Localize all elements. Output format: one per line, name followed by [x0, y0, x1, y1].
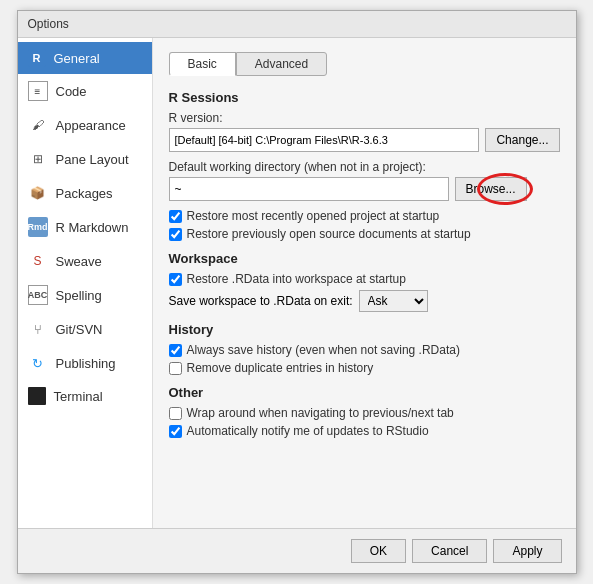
code-icon: ≡ [28, 81, 48, 101]
r-version-row: Change... [169, 128, 560, 152]
always-save-row: Always save history (even when not savin… [169, 343, 560, 357]
sidebar: R General ≡ Code 🖌 Appearance ⊞ Pane Lay… [18, 38, 153, 528]
restore-source-label: Restore previously open source documents… [187, 227, 471, 241]
pane-layout-icon: ⊞ [28, 149, 48, 169]
sidebar-item-spelling[interactable]: ABC Spelling [18, 278, 152, 312]
sidebar-label-packages: Packages [56, 186, 113, 201]
other-section: Other Wrap around when navigating to pre… [169, 385, 560, 438]
general-icon: R [28, 49, 46, 67]
sidebar-label-terminal: Terminal [54, 389, 103, 404]
sidebar-label-spelling: Spelling [56, 288, 102, 303]
sidebar-item-pane-layout[interactable]: ⊞ Pane Layout [18, 142, 152, 176]
remove-duplicates-label: Remove duplicate entries in history [187, 361, 374, 375]
footer: OK Cancel Apply [18, 528, 576, 573]
sidebar-item-publishing[interactable]: ↻ Publishing [18, 346, 152, 380]
sidebar-label-git-svn: Git/SVN [56, 322, 103, 337]
main-panel: Basic Advanced R Sessions R version: Cha… [153, 38, 576, 528]
terminal-icon [28, 387, 46, 405]
remove-duplicates-checkbox[interactable] [169, 362, 182, 375]
restore-rdata-row: Restore .RData into workspace at startup [169, 272, 560, 286]
history-section: History Always save history (even when n… [169, 322, 560, 375]
history-title: History [169, 322, 560, 337]
restore-source-checkbox[interactable] [169, 228, 182, 241]
sidebar-label-code: Code [56, 84, 87, 99]
sidebar-item-appearance[interactable]: 🖌 Appearance [18, 108, 152, 142]
r-version-label: R version: [169, 111, 560, 125]
workspace-title: Workspace [169, 251, 560, 266]
wrap-around-row: Wrap around when navigating to previous/… [169, 406, 560, 420]
options-window: Options R General ≡ Code 🖌 Appearance ⊞ … [17, 10, 577, 574]
save-workspace-label: Save workspace to .RData on exit: [169, 294, 353, 308]
git-svn-icon: ⑂ [28, 319, 48, 339]
r-version-input[interactable] [169, 128, 480, 152]
save-workspace-row: Save workspace to .RData on exit: Ask Al… [169, 290, 560, 312]
restore-rdata-checkbox[interactable] [169, 273, 182, 286]
publishing-icon: ↻ [28, 353, 48, 373]
sidebar-item-packages[interactable]: 📦 Packages [18, 176, 152, 210]
remove-duplicates-row: Remove duplicate entries in history [169, 361, 560, 375]
restore-project-checkbox[interactable] [169, 210, 182, 223]
sidebar-item-git-svn[interactable]: ⑂ Git/SVN [18, 312, 152, 346]
ok-button[interactable]: OK [351, 539, 406, 563]
working-dir-input[interactable] [169, 177, 449, 201]
packages-icon: 📦 [28, 183, 48, 203]
tab-basic[interactable]: Basic [169, 52, 236, 76]
save-workspace-select[interactable]: Ask Always Never [359, 290, 428, 312]
restore-source-row: Restore previously open source documents… [169, 227, 560, 241]
wrap-around-label: Wrap around when navigating to previous/… [187, 406, 454, 420]
sidebar-label-publishing: Publishing [56, 356, 116, 371]
appearance-icon: 🖌 [28, 115, 48, 135]
always-save-label: Always save history (even when not savin… [187, 343, 460, 357]
wrap-around-checkbox[interactable] [169, 407, 182, 420]
sidebar-label-general: General [54, 51, 100, 66]
auto-notify-row: Automatically notify me of updates to RS… [169, 424, 560, 438]
sidebar-label-appearance: Appearance [56, 118, 126, 133]
restore-project-row: Restore most recently opened project at … [169, 209, 560, 223]
working-dir-row: Browse... [169, 177, 560, 201]
r-markdown-icon: Rmd [28, 217, 48, 237]
sidebar-item-code[interactable]: ≡ Code [18, 74, 152, 108]
browse-button[interactable]: Browse... [455, 177, 527, 201]
auto-notify-label: Automatically notify me of updates to RS… [187, 424, 429, 438]
apply-button[interactable]: Apply [493, 539, 561, 563]
r-sessions-section: R Sessions R version: Change... Default … [169, 90, 560, 241]
restore-project-label: Restore most recently opened project at … [187, 209, 440, 223]
tab-advanced[interactable]: Advanced [236, 52, 327, 76]
other-title: Other [169, 385, 560, 400]
browse-wrapper: Browse... [455, 177, 527, 201]
r-sessions-title: R Sessions [169, 90, 560, 105]
sidebar-item-terminal[interactable]: Terminal [18, 380, 152, 412]
sidebar-item-r-markdown[interactable]: Rmd R Markdown [18, 210, 152, 244]
sidebar-label-sweave: Sweave [56, 254, 102, 269]
sidebar-label-r-markdown: R Markdown [56, 220, 129, 235]
auto-notify-checkbox[interactable] [169, 425, 182, 438]
restore-rdata-label: Restore .RData into workspace at startup [187, 272, 406, 286]
title-bar: Options [18, 11, 576, 38]
sidebar-item-general[interactable]: R General [18, 42, 152, 74]
window-title: Options [28, 17, 69, 31]
change-button[interactable]: Change... [485, 128, 559, 152]
sidebar-item-sweave[interactable]: S Sweave [18, 244, 152, 278]
working-dir-label: Default working directory (when not in a… [169, 160, 560, 174]
tab-bar: Basic Advanced [169, 52, 560, 76]
spelling-icon: ABC [28, 285, 48, 305]
arrow-annotation [555, 162, 576, 247]
sidebar-label-pane-layout: Pane Layout [56, 152, 129, 167]
cancel-button[interactable]: Cancel [412, 539, 487, 563]
always-save-checkbox[interactable] [169, 344, 182, 357]
workspace-section: Workspace Restore .RData into workspace … [169, 251, 560, 312]
sweave-icon: S [28, 251, 48, 271]
